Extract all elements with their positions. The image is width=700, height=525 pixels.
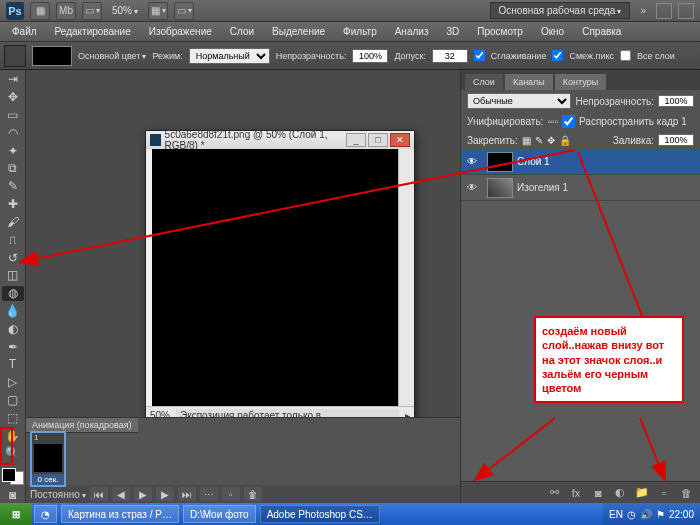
- unify-icon[interactable]: ▫▫▫: [547, 116, 558, 127]
- play-button[interactable]: ▶: [134, 487, 152, 501]
- document-titlebar[interactable]: 5c0a6e8d8f21t.png @ 50% (Слой 1, RGB/8) …: [146, 131, 414, 149]
- wand-tool[interactable]: ✦: [2, 143, 24, 158]
- mini-bridge-icon[interactable]: Mb: [56, 2, 76, 20]
- view-extras-icon[interactable]: ▭: [82, 2, 102, 20]
- 3d-tool[interactable]: ⬚: [2, 410, 24, 425]
- arrange-docs-icon[interactable]: ▦: [148, 2, 168, 20]
- heal-tool[interactable]: ✚: [2, 197, 24, 212]
- history-brush-tool[interactable]: ↺: [2, 250, 24, 265]
- quickmask-tool[interactable]: ◙: [2, 488, 24, 503]
- layer-thumbnail[interactable]: [487, 152, 513, 172]
- blend-mode-select[interactable]: Нормальный: [189, 48, 270, 64]
- layer-row[interactable]: 👁 Слой 1: [461, 149, 700, 175]
- visibility-toggle-icon[interactable]: 👁: [461, 156, 483, 167]
- taskbar-item[interactable]: ◔: [34, 505, 57, 523]
- menu-layer[interactable]: Слои: [222, 24, 262, 39]
- document-window[interactable]: 5c0a6e8d8f21t.png @ 50% (Слой 1, RGB/8) …: [145, 130, 415, 425]
- new-frame-button[interactable]: ▫: [222, 487, 240, 501]
- next-frame-button[interactable]: ▶: [156, 487, 174, 501]
- clock[interactable]: 22:00: [669, 509, 694, 520]
- stamp-tool[interactable]: ⎍: [2, 232, 24, 247]
- tray-icon[interactable]: ⚑: [656, 509, 665, 520]
- lock-pixels-icon[interactable]: ✎: [535, 135, 543, 146]
- bucket-tool[interactable]: ◍: [2, 286, 24, 301]
- csLive2-icon[interactable]: [678, 3, 694, 19]
- adjustment-layer-icon[interactable]: ◐: [612, 486, 628, 500]
- tolerance-input[interactable]: [432, 49, 468, 63]
- crop-tool[interactable]: ⧉: [2, 161, 24, 176]
- taskbar-item[interactable]: Картина из страз / Р…: [61, 505, 179, 523]
- workspace-more-icon[interactable]: »: [636, 5, 650, 16]
- opacity-input[interactable]: [352, 49, 388, 63]
- pen-tool[interactable]: ✒: [2, 339, 24, 354]
- menu-image[interactable]: Изображение: [141, 24, 220, 39]
- layer-mask-icon[interactable]: ◙: [590, 486, 606, 500]
- lock-position-icon[interactable]: ✥: [547, 135, 555, 146]
- propagate-checkbox[interactable]: [562, 115, 575, 128]
- close-button[interactable]: ✕: [390, 133, 410, 147]
- color-swatches[interactable]: [2, 468, 24, 485]
- new-layer-icon[interactable]: ▫: [656, 486, 672, 500]
- brush-tool[interactable]: 🖌: [2, 215, 24, 230]
- delete-layer-icon[interactable]: 🗑: [678, 486, 694, 500]
- taskbar-item[interactable]: D:\Мои фото: [183, 505, 256, 523]
- hand-tool[interactable]: ✋: [2, 428, 24, 443]
- menu-analysis[interactable]: Анализ: [387, 24, 437, 39]
- animation-frame[interactable]: 1 0 сек.: [30, 431, 66, 487]
- visibility-toggle-icon[interactable]: 👁: [461, 182, 483, 193]
- antialias-checkbox[interactable]: [474, 50, 485, 61]
- tab-paths[interactable]: Контуры: [555, 74, 606, 90]
- taskbar-item[interactable]: Adobe Photoshop CS…: [260, 505, 380, 523]
- type-tool[interactable]: T: [2, 357, 24, 372]
- document-canvas[interactable]: [152, 149, 398, 406]
- vertical-scrollbar[interactable]: [398, 149, 414, 406]
- start-button[interactable]: ⊞: [0, 503, 32, 525]
- frame-duration[interactable]: 0 сек.: [32, 474, 64, 485]
- contiguous-checkbox[interactable]: [552, 50, 563, 61]
- menu-help[interactable]: Справка: [574, 24, 629, 39]
- move-tool[interactable]: ✥: [2, 90, 24, 105]
- menu-window[interactable]: Окно: [533, 24, 572, 39]
- menu-file[interactable]: Файл: [4, 24, 45, 39]
- maximize-button[interactable]: □: [368, 133, 388, 147]
- fill-input[interactable]: [658, 134, 694, 146]
- blur-tool[interactable]: 💧: [2, 304, 24, 319]
- screen-mode-icon[interactable]: ▭: [174, 2, 194, 20]
- loop-select[interactable]: Постоянно: [30, 489, 86, 500]
- marquee-tool[interactable]: ▭: [2, 108, 24, 123]
- fill-swatch[interactable]: [32, 46, 72, 66]
- tab-channels[interactable]: Каналы: [505, 74, 553, 90]
- path-tool[interactable]: ▷: [2, 375, 24, 390]
- shape-tool[interactable]: ▢: [2, 393, 24, 408]
- layer-name[interactable]: Изогелия 1: [517, 182, 568, 193]
- tween-button[interactable]: ⋯: [200, 487, 218, 501]
- layer-group-icon[interactable]: 📁: [634, 486, 650, 500]
- eyedropper-tool[interactable]: ✎: [2, 179, 24, 194]
- fill-source-label[interactable]: Основной цвет: [78, 51, 146, 61]
- prev-frame-button[interactable]: ◀: [112, 487, 130, 501]
- zoom-tool[interactable]: 🔍: [2, 446, 24, 461]
- tray-icon[interactable]: ◷: [627, 509, 636, 520]
- link-layers-icon[interactable]: ⚯: [546, 486, 562, 500]
- layer-row[interactable]: 👁 Изогелия 1: [461, 175, 700, 201]
- layer-style-icon[interactable]: fx: [568, 486, 584, 500]
- layer-thumbnail[interactable]: [487, 178, 513, 198]
- lock-transparency-icon[interactable]: ▦: [522, 135, 531, 146]
- collapse-icon[interactable]: ⇥: [2, 72, 24, 87]
- menu-filter[interactable]: Фильтр: [335, 24, 385, 39]
- tray-icon[interactable]: 🔊: [640, 509, 652, 520]
- delete-frame-button[interactable]: 🗑: [244, 487, 262, 501]
- all-layers-checkbox[interactable]: [620, 50, 631, 61]
- launch-bridge-icon[interactable]: ▦: [30, 2, 50, 20]
- menu-3d[interactable]: 3D: [438, 24, 467, 39]
- first-frame-button[interactable]: ⏮: [90, 487, 108, 501]
- layer-blend-mode[interactable]: Обычные: [467, 93, 571, 109]
- lasso-tool[interactable]: ◠: [2, 125, 24, 140]
- menu-select[interactable]: Выделение: [264, 24, 333, 39]
- menu-edit[interactable]: Редактирование: [47, 24, 139, 39]
- eraser-tool[interactable]: ◫: [2, 268, 24, 283]
- last-frame-button[interactable]: ⏭: [178, 487, 196, 501]
- layer-name[interactable]: Слой 1: [517, 156, 550, 167]
- language-indicator[interactable]: EN: [609, 509, 623, 520]
- foreground-color-swatch[interactable]: [2, 468, 16, 482]
